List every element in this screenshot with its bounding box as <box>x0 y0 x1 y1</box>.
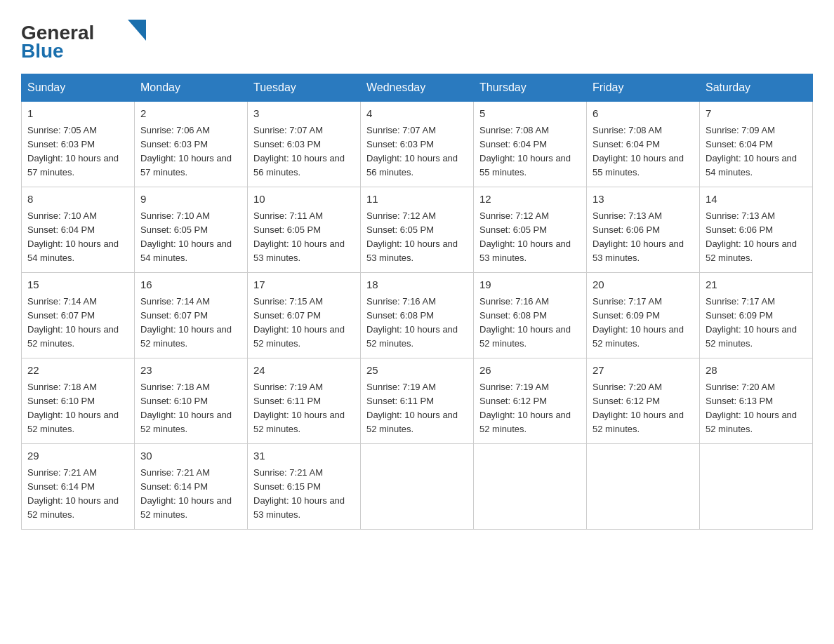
calendar-week-row: 15Sunrise: 7:14 AMSunset: 6:07 PMDayligh… <box>22 273 813 358</box>
calendar-header-row: SundayMondayTuesdayWednesdayThursdayFrid… <box>22 74 813 102</box>
col-header-saturday: Saturday <box>700 74 813 102</box>
calendar-week-row: 1Sunrise: 7:05 AMSunset: 6:03 PMDaylight… <box>22 102 813 187</box>
calendar-cell: 14Sunrise: 7:13 AMSunset: 6:06 PMDayligh… <box>700 187 813 273</box>
calendar-cell: 29Sunrise: 7:21 AMSunset: 6:14 PMDayligh… <box>22 444 135 530</box>
calendar-cell: 25Sunrise: 7:19 AMSunset: 6:11 PMDayligh… <box>361 358 474 444</box>
day-number: 7 <box>706 106 807 122</box>
day-info: Sunrise: 7:17 AMSunset: 6:09 PMDaylight:… <box>593 296 684 349</box>
day-info: Sunrise: 7:06 AMSunset: 6:03 PMDaylight:… <box>140 125 232 177</box>
day-info: Sunrise: 7:05 AMSunset: 6:03 PMDaylight:… <box>27 125 119 177</box>
calendar-cell: 12Sunrise: 7:12 AMSunset: 6:05 PMDayligh… <box>474 187 587 273</box>
day-info: Sunrise: 7:10 AMSunset: 6:05 PMDaylight:… <box>140 210 232 263</box>
calendar-cell: 23Sunrise: 7:18 AMSunset: 6:10 PMDayligh… <box>135 358 248 444</box>
day-info: Sunrise: 7:14 AMSunset: 6:07 PMDaylight:… <box>140 296 232 349</box>
day-number: 4 <box>366 106 468 122</box>
calendar-cell: 30Sunrise: 7:21 AMSunset: 6:14 PMDayligh… <box>135 444 248 530</box>
day-number: 24 <box>253 363 355 379</box>
day-info: Sunrise: 7:18 AMSunset: 6:10 PMDaylight:… <box>140 382 232 434</box>
day-number: 28 <box>706 363 807 379</box>
day-number: 27 <box>593 363 694 379</box>
calendar-cell: 16Sunrise: 7:14 AMSunset: 6:07 PMDayligh… <box>135 273 248 358</box>
day-info: Sunrise: 7:08 AMSunset: 6:04 PMDaylight:… <box>593 125 684 177</box>
day-info: Sunrise: 7:07 AMSunset: 6:03 PMDaylight:… <box>253 125 345 177</box>
day-number: 3 <box>253 106 355 122</box>
day-info: Sunrise: 7:10 AMSunset: 6:04 PMDaylight:… <box>27 210 119 263</box>
col-header-tuesday: Tuesday <box>248 74 361 102</box>
day-info: Sunrise: 7:16 AMSunset: 6:08 PMDaylight:… <box>366 296 458 349</box>
day-number: 16 <box>140 277 241 293</box>
day-number: 15 <box>27 277 128 293</box>
day-number: 6 <box>593 106 694 122</box>
calendar-cell: 24Sunrise: 7:19 AMSunset: 6:11 PMDayligh… <box>248 358 361 444</box>
day-number: 9 <box>140 192 241 208</box>
day-info: Sunrise: 7:15 AMSunset: 6:07 PMDaylight:… <box>253 296 345 349</box>
calendar-cell: 4Sunrise: 7:07 AMSunset: 6:03 PMDaylight… <box>361 102 474 187</box>
day-info: Sunrise: 7:12 AMSunset: 6:05 PMDaylight:… <box>366 210 458 263</box>
svg-text:Blue: Blue <box>21 40 64 60</box>
day-number: 12 <box>479 192 581 208</box>
day-number: 11 <box>366 192 468 208</box>
day-info: Sunrise: 7:18 AMSunset: 6:10 PMDaylight:… <box>27 382 119 434</box>
day-info: Sunrise: 7:21 AMSunset: 6:14 PMDaylight:… <box>140 467 232 520</box>
day-number: 10 <box>253 192 355 208</box>
col-header-sunday: Sunday <box>22 74 135 102</box>
col-header-thursday: Thursday <box>474 74 587 102</box>
calendar-cell: 5Sunrise: 7:08 AMSunset: 6:04 PMDaylight… <box>474 102 587 187</box>
calendar-week-row: 8Sunrise: 7:10 AMSunset: 6:04 PMDaylight… <box>22 187 813 273</box>
day-info: Sunrise: 7:16 AMSunset: 6:08 PMDaylight:… <box>479 296 571 349</box>
day-number: 22 <box>27 363 128 379</box>
day-info: Sunrise: 7:20 AMSunset: 6:13 PMDaylight:… <box>706 382 797 434</box>
day-number: 13 <box>593 192 694 208</box>
day-info: Sunrise: 7:19 AMSunset: 6:11 PMDaylight:… <box>366 382 458 434</box>
calendar-cell: 7Sunrise: 7:09 AMSunset: 6:04 PMDaylight… <box>700 102 813 187</box>
day-info: Sunrise: 7:19 AMSunset: 6:12 PMDaylight:… <box>479 382 571 434</box>
calendar-week-row: 22Sunrise: 7:18 AMSunset: 6:10 PMDayligh… <box>22 358 813 444</box>
calendar-cell: 9Sunrise: 7:10 AMSunset: 6:05 PMDaylight… <box>135 187 248 273</box>
col-header-friday: Friday <box>587 74 700 102</box>
day-info: Sunrise: 7:21 AMSunset: 6:14 PMDaylight:… <box>27 467 119 520</box>
day-number: 26 <box>479 363 581 379</box>
day-info: Sunrise: 7:13 AMSunset: 6:06 PMDaylight:… <box>593 210 684 263</box>
day-number: 19 <box>479 277 581 293</box>
day-info: Sunrise: 7:11 AMSunset: 6:05 PMDaylight:… <box>253 210 345 263</box>
calendar-cell: 27Sunrise: 7:20 AMSunset: 6:12 PMDayligh… <box>587 358 700 444</box>
calendar-cell: 2Sunrise: 7:06 AMSunset: 6:03 PMDaylight… <box>135 102 248 187</box>
calendar-cell: 3Sunrise: 7:07 AMSunset: 6:03 PMDaylight… <box>248 102 361 187</box>
day-info: Sunrise: 7:08 AMSunset: 6:04 PMDaylight:… <box>479 125 571 177</box>
day-info: Sunrise: 7:17 AMSunset: 6:09 PMDaylight:… <box>706 296 797 349</box>
logo-svg: General Blue <box>21 14 154 60</box>
col-header-wednesday: Wednesday <box>361 74 474 102</box>
calendar-cell: 8Sunrise: 7:10 AMSunset: 6:04 PMDaylight… <box>22 187 135 273</box>
day-number: 8 <box>27 192 128 208</box>
calendar-cell <box>474 444 587 530</box>
day-number: 2 <box>140 106 241 122</box>
day-number: 18 <box>366 277 468 293</box>
day-info: Sunrise: 7:09 AMSunset: 6:04 PMDaylight:… <box>706 125 797 177</box>
day-number: 14 <box>706 192 807 208</box>
col-header-monday: Monday <box>135 74 248 102</box>
day-number: 23 <box>140 363 241 379</box>
day-info: Sunrise: 7:13 AMSunset: 6:06 PMDaylight:… <box>706 210 797 263</box>
day-info: Sunrise: 7:07 AMSunset: 6:03 PMDaylight:… <box>366 125 458 177</box>
calendar-cell <box>700 444 813 530</box>
calendar-cell: 19Sunrise: 7:16 AMSunset: 6:08 PMDayligh… <box>474 273 587 358</box>
calendar-cell: 28Sunrise: 7:20 AMSunset: 6:13 PMDayligh… <box>700 358 813 444</box>
logo: General Blue <box>21 14 154 60</box>
day-number: 1 <box>27 106 128 122</box>
calendar-cell: 6Sunrise: 7:08 AMSunset: 6:04 PMDaylight… <box>587 102 700 187</box>
calendar-cell: 26Sunrise: 7:19 AMSunset: 6:12 PMDayligh… <box>474 358 587 444</box>
calendar-cell: 11Sunrise: 7:12 AMSunset: 6:05 PMDayligh… <box>361 187 474 273</box>
calendar-cell: 13Sunrise: 7:13 AMSunset: 6:06 PMDayligh… <box>587 187 700 273</box>
day-number: 30 <box>140 448 241 464</box>
day-number: 25 <box>366 363 468 379</box>
day-number: 31 <box>253 448 355 464</box>
calendar-week-row: 29Sunrise: 7:21 AMSunset: 6:14 PMDayligh… <box>22 444 813 530</box>
day-info: Sunrise: 7:14 AMSunset: 6:07 PMDaylight:… <box>27 296 119 349</box>
day-info: Sunrise: 7:19 AMSunset: 6:11 PMDaylight:… <box>253 382 345 434</box>
calendar-cell <box>361 444 474 530</box>
calendar-cell <box>587 444 700 530</box>
calendar-cell: 22Sunrise: 7:18 AMSunset: 6:10 PMDayligh… <box>22 358 135 444</box>
day-info: Sunrise: 7:21 AMSunset: 6:15 PMDaylight:… <box>253 467 345 520</box>
day-info: Sunrise: 7:12 AMSunset: 6:05 PMDaylight:… <box>479 210 571 263</box>
day-info: Sunrise: 7:20 AMSunset: 6:12 PMDaylight:… <box>593 382 684 434</box>
